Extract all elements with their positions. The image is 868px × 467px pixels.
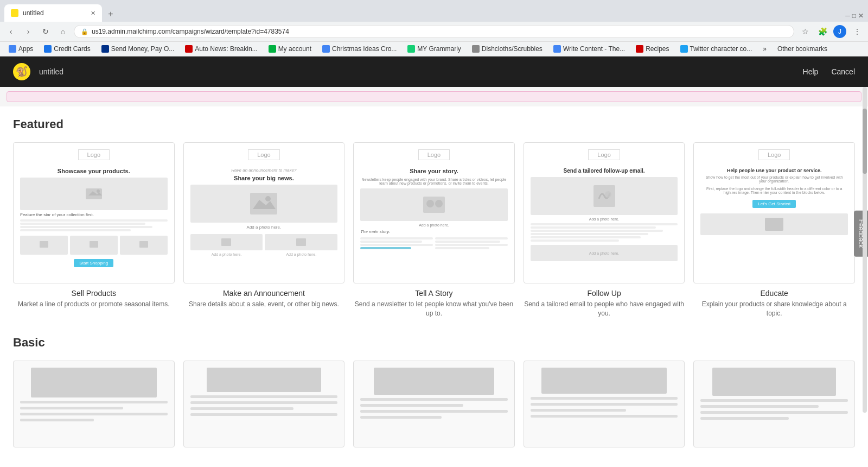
basic-section-title: Basic (13, 336, 855, 350)
menu-button[interactable]: ⋮ (851, 25, 864, 38)
basic-img-4 (541, 368, 667, 394)
profile-button[interactable]: J (833, 25, 846, 38)
basic-line-short (190, 407, 293, 410)
bookmark-other[interactable]: Other bookmarks (773, 44, 832, 54)
preview-add-photo: Add a photo here. (190, 225, 338, 230)
basic-card-4[interactable] (524, 361, 685, 447)
svg-rect-4 (139, 241, 148, 248)
url-bar[interactable]: 🔒 us19.admin.mailchimp.com/campaigns/wiz… (74, 25, 794, 38)
url-text: us19.admin.mailchimp.com/campaigns/wizar… (92, 28, 289, 35)
maximize-button[interactable]: □ (852, 12, 856, 20)
basic-card-2[interactable] (183, 361, 345, 447)
active-tab[interactable]: untitled ✕ (4, 4, 102, 22)
template-name-announcement: Make an Announcement (183, 289, 345, 298)
bookmark-more[interactable]: » (758, 44, 771, 54)
basic-line (190, 413, 338, 416)
extensions-button[interactable]: 🧩 (816, 25, 829, 38)
basic-templates-grid (13, 361, 855, 447)
bookmark-autonews[interactable]: Auto News: Breakin... (181, 44, 261, 54)
bookmark-icon (636, 45, 643, 53)
basic-line (190, 395, 338, 398)
close-window-button[interactable]: ✕ (858, 12, 864, 20)
preview-text-block (20, 219, 168, 231)
preview-main-image (360, 188, 508, 221)
mailchimp-logo[interactable]: 🐒 (13, 63, 30, 80)
bookmark-writecontent[interactable]: Write Content - The... (549, 44, 629, 54)
basic-line-short (700, 405, 818, 408)
scrollbar[interactable] (863, 87, 867, 413)
bookmark-star[interactable]: ☆ (799, 25, 812, 38)
template-name-followup: Follow Up (524, 289, 685, 298)
bookmark-twitter[interactable]: Twitter character co... (676, 44, 757, 54)
tab-favicon (11, 9, 18, 17)
bookmark-paypal[interactable]: Send Money, Pay O... (97, 44, 179, 54)
bookmark-label: Write Content - The... (563, 45, 625, 53)
refresh-button[interactable]: ↻ (39, 25, 52, 38)
preview-logo: Logo (248, 149, 279, 160)
basic-line (700, 411, 848, 414)
preview-headline: Send a tailored follow-up email. (531, 168, 678, 174)
help-link[interactable]: Help (803, 67, 819, 76)
bookmark-credit-cards[interactable]: Credit Cards (40, 44, 94, 54)
browser-tabs: untitled ✕ + ─ □ ✕ (0, 0, 868, 22)
preview-btn-wrap-educate: Let's Get Started (700, 198, 848, 210)
template-card-announcement[interactable]: Logo Have an announcement to make? Share… (183, 142, 345, 318)
basic-card-1[interactable] (13, 361, 175, 447)
template-card-story[interactable]: Logo Share your story. Newsletters keep … (353, 142, 515, 318)
preview-main-image (531, 177, 678, 215)
preview-story-right (435, 236, 508, 250)
bookmark-myaccount[interactable]: My account (264, 44, 316, 54)
preview-main-image (20, 178, 168, 210)
svg-rect-2 (40, 241, 48, 248)
basic-line (20, 413, 168, 415)
app-header: 🐒 untitled Help Cancel (0, 56, 868, 87)
preview-right-col: Add a photo here. (265, 232, 337, 256)
bookmark-label: Other bookmarks (777, 45, 827, 53)
bookmark-label: MY Grammarly (417, 45, 461, 53)
preview-lets-get-started-btn: Let's Get Started (752, 200, 796, 208)
preview-subtext: Feature the star of your collection firs… (20, 212, 168, 217)
minimize-button[interactable]: ─ (845, 12, 850, 20)
basic-card-5[interactable] (693, 361, 855, 447)
basic-line-short (531, 409, 627, 412)
basic-line (190, 401, 338, 404)
template-card-followup[interactable]: Logo Send a tailored follow-up email. Ad… (524, 142, 685, 318)
svg-rect-3 (90, 241, 98, 248)
bookmark-icon (680, 45, 688, 53)
basic-line (531, 403, 678, 406)
bookmark-icon (44, 45, 52, 53)
bookmark-recipes[interactable]: Recipes (631, 44, 673, 54)
preview-subtext: Show how to get the most out of your pro… (700, 175, 848, 194)
basic-card-3[interactable] (353, 361, 515, 447)
template-desc-story: Send a newsletter to let people know wha… (353, 300, 515, 318)
bookmark-christmas[interactable]: Christmas Ideas Cro... (318, 44, 401, 54)
bookmark-label: Send Money, Pay O... (111, 45, 175, 53)
preview-col-img (265, 234, 337, 250)
template-desc-educate: Explain your products or share knowledge… (693, 300, 855, 318)
home-button[interactable]: ⌂ (56, 25, 69, 38)
basic-line (360, 410, 508, 413)
scrollbar-thumb[interactable] (863, 109, 867, 174)
new-tab-button[interactable]: + (103, 7, 118, 22)
bookmark-grammarly[interactable]: MY Grammarly (403, 44, 465, 54)
back-button[interactable]: ‹ (4, 25, 17, 38)
bookmark-icon (472, 45, 480, 53)
template-card-sell-products[interactable]: Logo Showcase your products. Feature the… (13, 142, 175, 318)
basic-preview-2 (183, 361, 345, 447)
template-name-story: Tell A Story (353, 289, 515, 298)
preview-photo-label: Add a photo here. (531, 217, 678, 221)
basic-preview-4 (524, 361, 685, 447)
tab-close-button[interactable]: ✕ (91, 10, 95, 17)
basic-line-short (360, 416, 441, 419)
bookmark-label: My account (278, 45, 311, 53)
preview-logo: Logo (758, 149, 790, 160)
template-card-educate[interactable]: Logo Help people use your product or ser… (693, 142, 855, 318)
cancel-link[interactable]: Cancel (831, 67, 855, 76)
bookmark-apps[interactable]: Apps (4, 44, 37, 54)
preview-bottom-image-educate (700, 213, 848, 235)
preview-logo: Logo (78, 149, 110, 160)
bookmark-dishcloths[interactable]: Dishcloths/Scrubbies (468, 44, 547, 54)
forward-button[interactable]: › (22, 25, 35, 38)
bookmark-label: Apps (18, 45, 33, 53)
preview-btn-wrap: Start Shopping (20, 257, 168, 269)
